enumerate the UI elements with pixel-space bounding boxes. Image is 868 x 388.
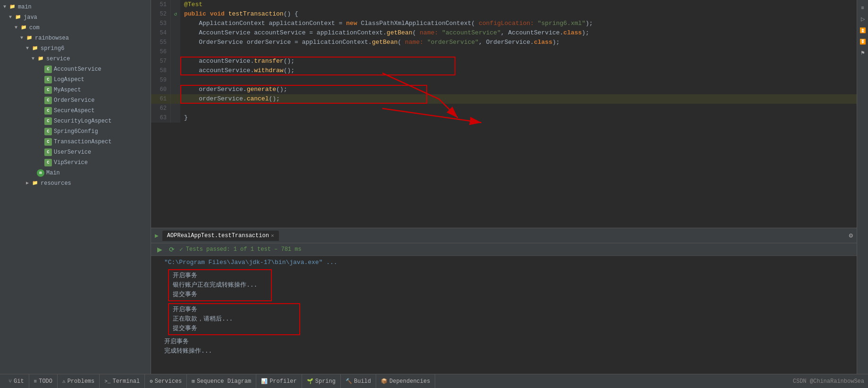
status-tab-problems[interactable]: ⚠ Problems xyxy=(58,374,100,388)
console-line-plain1: 开启事务 xyxy=(151,337,857,347)
java-command: "C:\Program Files\Java\jdk-17\bin\java.e… xyxy=(164,258,853,267)
status-tab-build[interactable]: 🔨 Build xyxy=(341,374,376,388)
tree-item-TransactionAspect[interactable]: C TransactionAspect xyxy=(0,137,151,147)
right-btn-3[interactable]: ⏫ xyxy=(858,25,868,35)
tree-item-MyAspect[interactable]: C MyAspect xyxy=(0,85,151,95)
services-icon: ⚙ xyxy=(150,378,153,384)
output-box2-container: 开启事务 正在取款，请稍后... 提交事务 xyxy=(151,303,857,335)
tree-item-OrderService[interactable]: C OrderService xyxy=(0,95,151,106)
folder-icon-spring6: 📁 xyxy=(31,45,39,52)
status-bar: ⑂ Git ≡ TODO ⚠ Problems >_ Terminal ⚙ Se… xyxy=(0,374,868,388)
restart-button[interactable]: ⟳ xyxy=(167,245,177,254)
tree-item-Spring6Config[interactable]: C Spring6Config xyxy=(0,126,151,137)
console-line-cmd: "C:\Program Files\Java\jdk-17\bin\java.e… xyxy=(151,258,857,267)
build-label: Build xyxy=(354,378,371,385)
services-label: Services xyxy=(155,378,182,385)
tree-item-UserService[interactable]: C UserService xyxy=(0,147,151,157)
run-toolbar: ▶ ⟳ ✓ Tests passed: 1 of 1 test – 781 ms xyxy=(151,243,857,256)
code-line-63: 63 } xyxy=(151,113,857,123)
status-tab-dependencies[interactable]: 📦 Dependencies xyxy=(376,374,435,388)
tree-arrow-java: ▼ xyxy=(8,13,13,22)
folder-icon-service: 📁 xyxy=(37,55,44,63)
class-icon-LogAspect: C xyxy=(44,76,52,83)
tree-item-SecureAspect[interactable]: C SecureAspect xyxy=(0,106,151,116)
output-box2-line3: 提交事务 xyxy=(173,324,295,333)
status-tab-profiler[interactable]: 📊 Profiler xyxy=(256,374,302,388)
class-icon-SecurityLogAspect: C xyxy=(44,117,52,125)
rerun-button[interactable]: ▶ xyxy=(155,245,164,254)
todo-icon: ≡ xyxy=(34,379,37,384)
sequence-icon: ⊞ xyxy=(192,378,195,384)
status-right-text: CSDN @ChinaRainbowSea xyxy=(793,378,864,385)
tree-arrow-service: ▼ xyxy=(30,54,36,64)
output-box1-line3: 提交事务 xyxy=(173,290,267,299)
sequence-label: Sequence Diagram xyxy=(197,378,251,385)
run-tab-active[interactable]: AOPRealAppTest.testTransaction ✕ xyxy=(162,231,279,241)
right-btn-2[interactable]: ▷ xyxy=(858,14,868,24)
tree-item-resources[interactable]: ▶ 📁 resources xyxy=(0,178,151,189)
tree-arrow-main: ▼ xyxy=(2,2,8,12)
tree-item-main[interactable]: ▼ 📁 main xyxy=(0,2,151,12)
tree-spacer-1 xyxy=(38,65,43,74)
tree-item-spring6[interactable]: ▼ 📁 spring6 xyxy=(0,43,151,54)
tree-item-LogAspect[interactable]: C LogAspect xyxy=(0,74,151,85)
spring-label: Spring xyxy=(315,378,336,385)
status-tab-services[interactable]: ⚙ Services xyxy=(145,374,187,388)
tree-item-com[interactable]: ▼ 📁 com xyxy=(0,23,151,33)
class-icon-TransactionAspect: C xyxy=(44,138,52,146)
console-plain1-text: 开启事务 xyxy=(164,337,853,347)
right-btn-4[interactable]: ⏬ xyxy=(858,37,868,46)
tree-arrow-spring6: ▼ xyxy=(25,44,30,53)
code-line-55: 55 OrderService orderService = applicati… xyxy=(151,38,857,47)
code-line-57: 57 accountService.transfer(); xyxy=(151,57,857,66)
git-icon: ⑂ xyxy=(8,379,12,384)
right-btn-1[interactable]: ≡ xyxy=(858,3,868,12)
status-tab-spring[interactable]: 🌱 Spring xyxy=(302,374,341,388)
code-line-52: 52 ↺ public void testTransaction() { xyxy=(151,9,857,19)
folder-icon-rainbowsea: 📁 xyxy=(25,34,33,42)
close-tab-button[interactable]: ✕ xyxy=(271,232,274,239)
status-tab-sequence[interactable]: ⊞ Sequence Diagram xyxy=(187,374,256,388)
profiler-icon: 📊 xyxy=(261,378,268,384)
class-icon-UserService: C xyxy=(44,149,52,156)
code-line-54: 54 AccountService accountService = appli… xyxy=(151,28,857,38)
tree-arrow-resources: ▶ xyxy=(25,179,30,188)
status-tab-git[interactable]: ⑂ Git xyxy=(4,374,29,388)
tree-item-java[interactable]: ▼ 📁 java xyxy=(0,12,151,23)
class-icon-Main: m xyxy=(37,169,44,177)
status-tab-terminal[interactable]: >_ Terminal xyxy=(100,374,145,388)
console-plain2-text: 完成转账操作... xyxy=(164,347,853,356)
output-box2-line2: 正在取款，请稍后... xyxy=(173,314,295,324)
tree-item-VipService[interactable]: C VipService xyxy=(0,157,151,168)
tree-item-AccountService[interactable]: C AccountService xyxy=(0,64,151,74)
run-panel: ▶ AOPRealAppTest.testTransaction ✕ ⚙ ▶ ⟳… xyxy=(151,228,857,374)
output-box1-container: 开启事务 银行账户正在完成转账操作... 提交事务 xyxy=(151,269,857,301)
folder-icon-main: 📁 xyxy=(8,3,16,11)
code-box2-group: 60 orderService.generate(); 61 orderServ… xyxy=(151,85,857,104)
class-icon-AccountService: C xyxy=(44,66,52,73)
output-box2: 开启事务 正在取款，请稍后... 提交事务 xyxy=(168,303,300,335)
right-btn-5[interactable]: ⚑ xyxy=(858,48,868,58)
code-line-58: 58 accountService.withdraw(); xyxy=(151,66,857,75)
tree-item-rainbowsea[interactable]: ▼ 📁 rainbowsea xyxy=(0,33,151,43)
class-icon-MyAspect: C xyxy=(44,86,52,94)
terminal-icon: >_ xyxy=(104,379,110,384)
settings-icon[interactable]: ⚙ xyxy=(849,231,853,239)
project-tree: ▼ 📁 main ▼ 📁 java ▼ 📁 com ▼ 📁 rainbowsea… xyxy=(0,0,151,374)
git-label: Git xyxy=(14,378,24,385)
code-line-60: 60 orderService.generate(); xyxy=(151,85,857,94)
dependencies-label: Dependencies xyxy=(389,378,430,385)
todo-label: TODO xyxy=(39,378,52,385)
run-tabs-bar: ▶ AOPRealAppTest.testTransaction ✕ ⚙ xyxy=(151,228,857,243)
class-icon-OrderService: C xyxy=(44,97,52,104)
folder-icon-resources: 📁 xyxy=(31,180,39,187)
status-tab-todo[interactable]: ≡ TODO xyxy=(29,374,58,388)
code-line-56: 56 xyxy=(151,47,857,57)
run-tab-label: AOPRealAppTest.testTransaction xyxy=(167,232,269,239)
tree-item-SecurityLogAspect[interactable]: C SecurityLogAspect xyxy=(0,116,151,126)
folder-icon-com: 📁 xyxy=(20,24,27,32)
tree-item-service[interactable]: ▼ 📁 service xyxy=(0,54,151,64)
tree-item-Main[interactable]: m Main xyxy=(0,168,151,178)
code-line-59: 59 xyxy=(151,75,857,85)
spring-icon: 🌱 xyxy=(307,378,313,384)
